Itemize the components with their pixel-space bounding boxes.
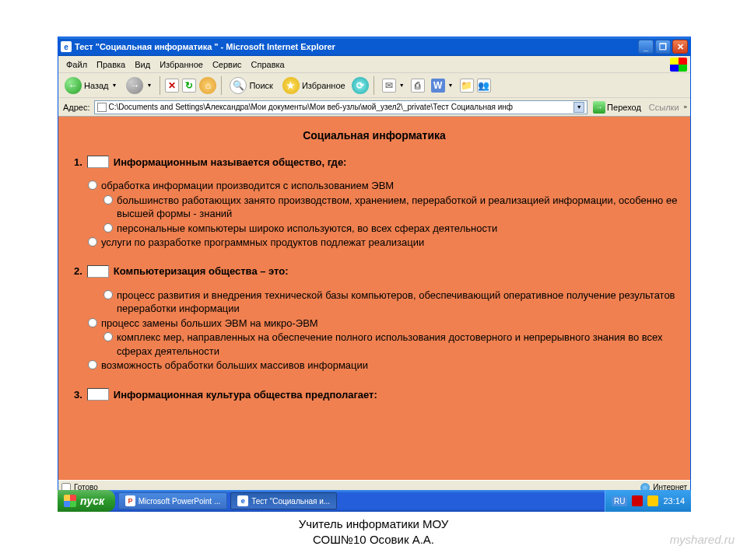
- task-label: Microsoft PowerPoint ...: [139, 497, 221, 506]
- word-icon: W: [431, 79, 445, 93]
- page-title: Социальная информатика: [69, 129, 679, 142]
- question-option: комплекс мер, направленных на обеспечени…: [88, 331, 679, 358]
- titlebar: e Тест "Социальная информатика " - Micro…: [58, 37, 690, 56]
- question-text: Информационная культура общества предпол…: [114, 389, 377, 401]
- tray-icon[interactable]: [647, 495, 658, 506]
- option-text: обработка информации производится с испо…: [101, 179, 679, 193]
- back-label: Назад: [84, 81, 109, 90]
- print-icon[interactable]: ⎙: [411, 79, 425, 93]
- question-block: 3.Информационная культура общества предп…: [69, 388, 679, 401]
- question-option: большинство работающих занято производст…: [88, 194, 679, 221]
- question-option: процесс замены больших ЭВМ на микро-ЭВМ: [88, 317, 679, 331]
- links-chevron-icon[interactable]: »: [684, 103, 687, 110]
- option-text: комплекс мер, направленных на обеспечени…: [117, 331, 679, 358]
- restore-button[interactable]: ❐: [655, 40, 671, 54]
- option-text: процесс замены больших ЭВМ на микро-ЭВМ: [101, 317, 679, 331]
- menu-favorites[interactable]: Избранное: [155, 58, 208, 71]
- minimize-button[interactable]: _: [638, 40, 654, 54]
- separator: [374, 76, 374, 95]
- windows-flag-icon: [670, 58, 687, 72]
- task-label: Тест "Социальная и...: [251, 497, 330, 506]
- menu-tools[interactable]: Сервис: [208, 58, 247, 71]
- addressbar: Адрес: C:\Documents and Settings\Алексан…: [58, 98, 690, 117]
- favorites-button[interactable]: ★ Избранное: [279, 75, 349, 96]
- slide-caption: Учитель информатики МОУ СОШ№10 Осовик А.…: [0, 516, 747, 547]
- radio-input[interactable]: [88, 318, 97, 327]
- radio-input[interactable]: [88, 237, 97, 247]
- question-option: процесс развития и внедрения технической…: [88, 289, 679, 316]
- question-number: 3.: [74, 389, 82, 401]
- toolbar: ← Назад ▼ → ▼ ✕ ↻ ⌂ 🔍 Поиск ★ Избранное …: [58, 73, 690, 98]
- taskbar: пуск P Microsoft PowerPoint ... e Тест "…: [58, 490, 691, 512]
- question-text: Компьютеризация общества – это:: [114, 265, 289, 277]
- file-icon: [97, 103, 107, 112]
- back-icon: ←: [65, 77, 82, 94]
- answer-input-box[interactable]: [87, 265, 109, 278]
- links-label[interactable]: Ссылки: [647, 103, 682, 112]
- radio-input[interactable]: [88, 180, 97, 190]
- dropdown-icon[interactable]: ▼: [573, 102, 584, 113]
- mail-icon: ✉: [382, 79, 396, 93]
- refresh-icon[interactable]: ↻: [182, 79, 196, 93]
- clock[interactable]: 23:14: [663, 496, 685, 506]
- word-button[interactable]: W▼: [428, 77, 457, 94]
- address-label: Адрес:: [61, 103, 92, 112]
- ie-icon: e: [237, 495, 248, 506]
- question-option: услуги по разработке программных продукт…: [88, 236, 679, 250]
- forward-icon: →: [126, 77, 143, 94]
- menu-view[interactable]: Вид: [130, 58, 155, 71]
- watermark: myshared.ru: [670, 533, 735, 546]
- go-label: Переход: [607, 103, 641, 112]
- radio-input[interactable]: [88, 360, 97, 369]
- question-number: 2.: [74, 265, 82, 277]
- go-button[interactable]: → Переход: [590, 101, 644, 114]
- question-text: Информационным называется общество, где:: [114, 156, 347, 168]
- menu-file[interactable]: Файл: [61, 58, 92, 71]
- chevron-down-icon: ▼: [448, 82, 454, 88]
- forward-button[interactable]: → ▼: [123, 75, 155, 96]
- ie-window: e Тест "Социальная информатика " - Micro…: [58, 37, 691, 490]
- star-icon: ★: [282, 77, 300, 94]
- answer-input-box[interactable]: [87, 156, 109, 168]
- powerpoint-icon: P: [125, 495, 135, 506]
- favorites-label: Избранное: [302, 81, 345, 90]
- start-button[interactable]: пуск: [58, 490, 115, 512]
- option-text: большинство работающих занято производст…: [117, 194, 679, 221]
- ie-icon: e: [61, 41, 72, 52]
- search-button[interactable]: 🔍 Поиск: [226, 75, 275, 96]
- question-head: 1.Информационным называется общество, гд…: [74, 156, 679, 168]
- start-label: пуск: [80, 495, 104, 507]
- menubar: Файл Правка Вид Избранное Сервис Справка: [58, 56, 690, 73]
- answer-input-box[interactable]: [87, 388, 109, 401]
- folder-icon[interactable]: 📁: [460, 79, 474, 93]
- caption-line1: Учитель информатики МОУ: [0, 516, 747, 532]
- option-text: персональные компьютеры широко использую…: [117, 222, 679, 236]
- radio-input[interactable]: [103, 195, 113, 205]
- taskbar-item-ie[interactable]: e Тест "Социальная и...: [230, 492, 337, 509]
- radio-input[interactable]: [103, 223, 113, 233]
- taskbar-item-powerpoint[interactable]: P Microsoft PowerPoint ...: [118, 492, 227, 509]
- tray-icon[interactable]: [632, 495, 643, 506]
- go-icon: →: [593, 101, 605, 114]
- page-content: Социальная информатика 1.Информационным …: [58, 117, 690, 480]
- question-option: обработка информации производится с испо…: [88, 179, 679, 193]
- mail-button[interactable]: ✉▼: [379, 77, 408, 94]
- language-indicator[interactable]: RU: [612, 496, 627, 506]
- caption-line2: СОШ№10 Осовик А.А.: [0, 532, 747, 548]
- media-icon[interactable]: ⟳: [352, 77, 369, 94]
- stop-icon[interactable]: ✕: [165, 79, 179, 93]
- chevron-down-icon: ▼: [146, 82, 152, 88]
- radio-input[interactable]: [103, 332, 113, 341]
- question-number: 1.: [74, 156, 82, 168]
- home-icon[interactable]: ⌂: [199, 77, 216, 94]
- address-input[interactable]: C:\Documents and Settings\Александра\Мои…: [94, 100, 588, 114]
- menu-help[interactable]: Справка: [247, 58, 289, 71]
- menu-edit[interactable]: Правка: [92, 58, 130, 71]
- question-option: возможность обработки больших массивов и…: [88, 359, 679, 373]
- back-button[interactable]: ← Назад ▼: [61, 75, 120, 96]
- systray: RU 23:14: [605, 490, 691, 512]
- messenger-icon[interactable]: 👥: [477, 79, 491, 93]
- question-block: 2.Компьютеризация общества – это:процесс…: [69, 265, 679, 373]
- close-button[interactable]: ✕: [672, 40, 688, 54]
- radio-input[interactable]: [103, 290, 113, 299]
